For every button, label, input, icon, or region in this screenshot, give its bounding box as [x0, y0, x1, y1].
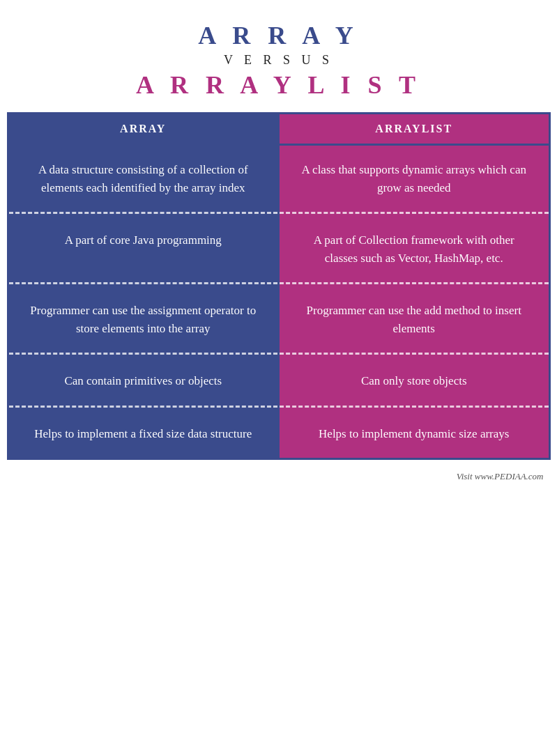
- table-row: A part of core Java programming A part o…: [9, 216, 549, 282]
- table-row: A data structure consisting of a collect…: [9, 146, 549, 212]
- title-array: A R R A Y: [136, 21, 421, 50]
- arraylist-cell-0: A class that supports dynamic arrays whi…: [280, 146, 549, 212]
- arraylist-cell-3: Can only store objects: [280, 357, 549, 406]
- page-header: A R R A Y V E R S U S A R R A Y L I S T: [122, 0, 435, 112]
- array-cell-0: A data structure consisting of a collect…: [9, 146, 280, 212]
- comparison-table: ARRAY ARRAYLIST A data structure consist…: [7, 112, 551, 460]
- footer-text: Visit www.PEDIAA.com: [457, 471, 544, 481]
- column-headers: ARRAY ARRAYLIST: [9, 114, 549, 146]
- table-row: Programmer can use the assignment operat…: [9, 286, 549, 353]
- arraylist-cell-1: A part of Collection framework with othe…: [280, 216, 549, 282]
- title-arraylist: A R R A Y L I S T: [136, 70, 421, 100]
- array-cell-2: Programmer can use the assignment operat…: [9, 286, 280, 353]
- array-cell-4: Helps to implement a fixed size data str…: [9, 410, 280, 458]
- table-row: Can contain primitives or objects Can on…: [9, 357, 549, 406]
- footer: Visit www.PEDIAA.com: [7, 467, 551, 486]
- arraylist-column-header: ARRAYLIST: [280, 114, 549, 144]
- array-column-header: ARRAY: [9, 114, 280, 144]
- title-versus: V E R S U S: [136, 53, 421, 68]
- array-cell-1: A part of core Java programming: [9, 216, 280, 282]
- arraylist-cell-2: Programmer can use the add method to ins…: [280, 286, 549, 353]
- table-row: Helps to implement a fixed size data str…: [9, 410, 549, 458]
- arraylist-cell-4: Helps to implement dynamic size arrays: [280, 410, 549, 458]
- array-cell-3: Can contain primitives or objects: [9, 357, 280, 406]
